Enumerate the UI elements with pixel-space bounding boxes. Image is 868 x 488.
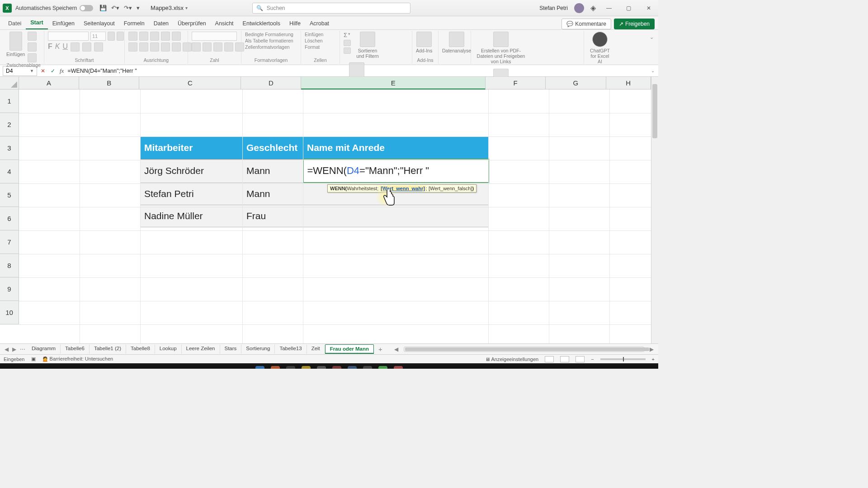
comments-button[interactable]: 💬Kommentare xyxy=(561,19,611,29)
row-header-4[interactable]: 4 xyxy=(0,160,19,183)
view-page-layout-icon[interactable] xyxy=(560,356,569,362)
view-page-break-icon[interactable] xyxy=(576,356,585,362)
close-button[interactable]: ✕ xyxy=(642,5,656,11)
formula-tooltip[interactable]: WENN(Wahrheitstest; [Wert_wenn_wahr]; [W… xyxy=(327,184,476,192)
fx-icon[interactable]: fx xyxy=(58,67,66,75)
vertical-scrollbar[interactable] xyxy=(651,77,658,343)
tab-uberprufen[interactable]: Überprüfen xyxy=(173,18,211,29)
bold-icon[interactable]: F xyxy=(48,42,52,52)
align-top-icon[interactable] xyxy=(128,32,137,41)
indent-inc-icon[interactable] xyxy=(172,42,181,52)
dec-inc-icon[interactable] xyxy=(224,42,233,52)
cell-d6[interactable]: Frau xyxy=(243,205,303,227)
undo-icon[interactable]: ↶▾ xyxy=(111,5,119,11)
row-header-5[interactable]: 5 xyxy=(0,183,19,207)
tab-acrobat[interactable]: Acrobat xyxy=(305,18,334,29)
cell-c4[interactable]: Jörg Schröder xyxy=(141,159,243,183)
chatgpt-icon[interactable] xyxy=(592,32,608,47)
taskbar-app-icon[interactable] xyxy=(302,366,311,369)
percent-icon[interactable] xyxy=(203,42,212,52)
maximize-button[interactable]: ▢ xyxy=(622,5,636,11)
align-right-icon[interactable] xyxy=(150,42,159,52)
tab-nav-next-icon[interactable]: ▶ xyxy=(10,346,18,352)
taskbar-app-icon[interactable] xyxy=(255,366,264,369)
taskbar-app-icon[interactable] xyxy=(363,366,372,369)
row-header-10[interactable]: 10 xyxy=(0,301,19,324)
zoom-slider[interactable] xyxy=(600,358,646,360)
fill-icon[interactable] xyxy=(344,40,351,46)
number-format-input[interactable] xyxy=(192,32,237,41)
taskbar-app-icon[interactable] xyxy=(378,366,387,369)
tab-ansicht[interactable]: Ansicht xyxy=(211,18,238,29)
taskbar-app-icon[interactable] xyxy=(348,366,357,369)
document-name[interactable]: Mappe3.xlsx▾ xyxy=(151,5,188,11)
macro-record-icon[interactable]: ▣ xyxy=(31,356,36,362)
format-cells-button[interactable]: Format xyxy=(305,44,320,50)
cell-d4[interactable]: Mann xyxy=(243,159,303,183)
row-header-2[interactable]: 2 xyxy=(0,113,19,136)
currency-icon[interactable] xyxy=(192,42,201,52)
indent-dec-icon[interactable] xyxy=(161,42,170,52)
tab-daten[interactable]: Daten xyxy=(149,18,173,29)
formula-input[interactable]: =WENN(D4="Mann";"Herr " xyxy=(66,68,137,74)
cell-c6[interactable]: Nadine Müller xyxy=(141,205,243,227)
format-painter-icon[interactable] xyxy=(28,53,37,62)
sheet-tab[interactable]: Sortierung xyxy=(241,344,275,354)
search-box[interactable]: 🔍 Suchen xyxy=(252,3,410,14)
conditional-formatting-button[interactable]: Bedingte Formatierung xyxy=(245,32,293,37)
align-middle-icon[interactable] xyxy=(139,32,148,41)
display-settings-button[interactable]: 🖥 Anzeigeeinstellungen xyxy=(485,357,538,362)
row-header-7[interactable]: 7 xyxy=(0,230,19,254)
share-button[interactable]: ↗Freigeben xyxy=(614,19,655,29)
save-icon[interactable]: 💾 xyxy=(99,5,107,11)
italic-icon[interactable]: K xyxy=(55,42,60,52)
tab-start[interactable]: Start xyxy=(26,17,47,29)
tab-formeln[interactable]: Formeln xyxy=(119,18,149,29)
qat-more-icon[interactable]: ▾ xyxy=(137,5,140,11)
clear-icon[interactable] xyxy=(344,47,351,54)
redo-icon[interactable]: ↷▾ xyxy=(124,5,132,11)
select-all-corner[interactable] xyxy=(0,77,19,89)
taskbar-app-icon[interactable] xyxy=(317,366,326,369)
underline-icon[interactable]: U xyxy=(62,42,68,52)
cell-e4-editing[interactable]: =WENN(D4="Mann";"Herr " xyxy=(303,159,489,183)
horizontal-scrollbar[interactable] xyxy=(404,347,644,352)
insert-cells-button[interactable]: Einfügen xyxy=(305,32,323,37)
sheet-tab[interactable]: Tabelle13 xyxy=(275,344,307,354)
pdf-link-icon[interactable] xyxy=(493,32,509,47)
chevron-down-icon[interactable]: ▼ xyxy=(30,69,34,73)
cut-icon[interactable] xyxy=(28,32,37,41)
view-normal-icon[interactable] xyxy=(545,356,554,362)
taskbar-app-icon[interactable] xyxy=(394,366,403,369)
row-header-6[interactable]: 6 xyxy=(0,207,19,230)
tab-entwicklertools[interactable]: Entwicklertools xyxy=(238,18,285,29)
user-name[interactable]: Stefan Petri xyxy=(539,5,568,11)
sheet-tab[interactable]: Stars xyxy=(220,344,242,354)
fill-color-icon[interactable] xyxy=(82,42,91,52)
sheet-tab[interactable]: Tabelle6 xyxy=(61,344,90,354)
cell-c5[interactable]: Stefan Petri xyxy=(141,183,243,205)
column-header-G[interactable]: G xyxy=(546,77,606,89)
tab-seitenlayout[interactable]: Seitenlayout xyxy=(79,18,119,29)
column-header-H[interactable]: H xyxy=(606,77,651,89)
comma-icon[interactable] xyxy=(213,42,222,52)
font-family-input[interactable] xyxy=(48,32,89,41)
cell-styles-button[interactable]: Zellenformatvorlagen xyxy=(245,44,290,50)
column-header-D[interactable]: D xyxy=(241,77,301,89)
wrap-text-icon[interactable] xyxy=(172,32,181,41)
autosave-toggle[interactable] xyxy=(80,5,93,11)
minimize-button[interactable]: — xyxy=(602,5,616,11)
column-header-C[interactable]: C xyxy=(139,77,241,89)
taskbar-app-icon[interactable] xyxy=(332,366,341,369)
align-center-icon[interactable] xyxy=(139,42,148,52)
sheet-tab[interactable]: Lookup xyxy=(155,344,182,354)
tab-datei[interactable]: Datei xyxy=(4,18,26,29)
diamond-icon[interactable]: ◈ xyxy=(590,4,596,12)
cell-e6[interactable] xyxy=(303,205,489,227)
row-header-3[interactable]: 3 xyxy=(0,136,19,160)
sort-filter-icon[interactable] xyxy=(360,32,375,47)
formula-expand-icon[interactable]: ⌄ xyxy=(651,68,658,73)
border-icon[interactable] xyxy=(71,42,80,52)
sheet-tab[interactable]: Frau oder Mann xyxy=(325,344,374,354)
sheet-tab[interactable]: Leere Zeilen xyxy=(182,344,220,354)
